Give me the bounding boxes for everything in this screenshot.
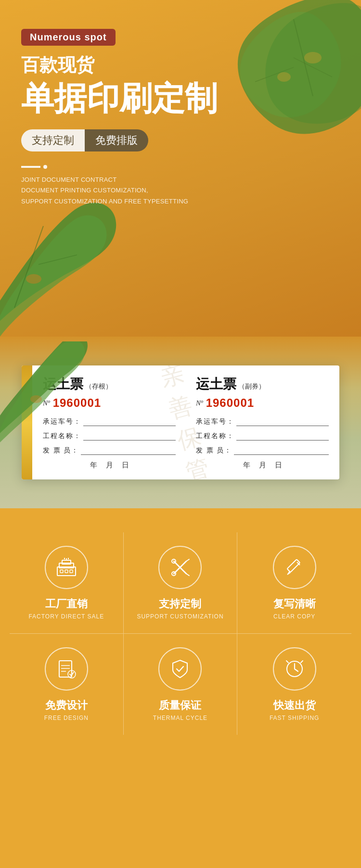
factory-icon-circle	[45, 546, 88, 589]
ticket-right-num-row: Nº 1960001	[196, 396, 329, 410]
customize-icon-circle	[158, 546, 202, 589]
tag-customize: 支持定制	[21, 129, 85, 151]
feature-customize-label-cn: 支持定制	[159, 597, 201, 611]
divider	[21, 165, 218, 169]
ticket-background: 运土票 （存根） Nº 1960001 承运车号： 工程名称：	[0, 337, 361, 508]
feature-copy-label-en: CLEAR COPY	[273, 613, 315, 620]
ticket-right-half: 运土票 （副券） Nº 1960001 承运车号： 工程名称：	[186, 365, 339, 479]
svg-point-7	[26, 274, 41, 284]
feature-factory-label-en: FACTORY DIRECT SALE	[28, 613, 104, 620]
ticket-left-date: 年 月 日	[43, 461, 176, 470]
ticket-left-field1-line	[83, 417, 176, 426]
feature-customize: 支持定制 SUPPORT CUSTOMIZATION	[124, 532, 238, 634]
ticket-left-field2-line	[83, 432, 176, 440]
ticket-leaf-left	[0, 341, 91, 447]
copy-icon-circle	[273, 546, 316, 589]
customize-icon	[169, 556, 191, 579]
numerous-badge: Numerous spot	[21, 29, 116, 46]
feature-quality-label-en: THERMAL CYCLE	[153, 715, 207, 721]
hero-small-text: JOINT DOCUMENT CONTRACT DOCUMENT PRINTIN…	[21, 175, 218, 206]
feature-shipping: 快速出货 FAST SHIPPING	[237, 634, 351, 735]
hero-section: Numerous spot 百款现货 单据印刷定制 支持定制 免费排版 JOIN…	[0, 0, 361, 337]
quality-icon	[169, 658, 191, 680]
hero-title: 单据印刷定制	[21, 80, 218, 116]
svg-rect-24	[287, 559, 300, 572]
ticket-right-field3: 发 票 员：	[196, 446, 329, 455]
ticket-right-field2-line	[236, 432, 329, 440]
svg-line-22	[186, 559, 189, 561]
svg-rect-12	[60, 570, 63, 573]
ticket-right-field2: 工程名称：	[196, 432, 329, 440]
feature-copy: 复写清晰 CLEAR COPY	[237, 532, 351, 634]
svg-rect-14	[70, 570, 73, 573]
ticket-right-title-row: 运土票 （副券）	[196, 375, 329, 393]
ticket-right-field1: 承运车号：	[196, 417, 329, 426]
quality-icon-circle	[158, 647, 202, 691]
hero-content: Numerous spot 百款现货 单据印刷定制 支持定制 免费排版 JOIN…	[21, 29, 218, 207]
feature-customize-label-en: SUPPORT CUSTOMIZATION	[137, 613, 223, 620]
design-icon	[55, 658, 77, 680]
leaf-top-right-decoration	[217, 0, 361, 164]
feature-design-label-en: FREE DESIGN	[44, 715, 89, 721]
ticket-left-field3: 发 票 员：	[43, 446, 176, 455]
ticket-right-date: 年 月 日	[196, 461, 329, 470]
hero-subtitle: 百款现货	[21, 54, 218, 76]
tags-row: 支持定制 免费排版	[21, 129, 218, 151]
design-icon-circle	[45, 647, 88, 691]
svg-point-8	[30, 395, 42, 403]
ticket-section: 运土票 （存根） Nº 1960001 承运车号： 工程名称：	[0, 337, 361, 508]
shipping-icon	[284, 658, 306, 680]
svg-line-23	[186, 574, 189, 576]
ticket-right-field3-label: 发 票 员：	[196, 446, 232, 455]
feature-quality-label-cn: 质量保证	[159, 698, 201, 713]
ticket-right-no-label: Nº	[196, 399, 203, 407]
feature-shipping-label-en: FAST SHIPPING	[270, 715, 319, 721]
features-grid: 工厂直销 FACTORY DIRECT SALE 支持定制	[10, 532, 351, 735]
leaf-bottom-left-decoration	[0, 202, 120, 337]
ticket-right-number: 1960001	[206, 396, 254, 410]
feature-factory: 工厂直销 FACTORY DIRECT SALE	[10, 532, 124, 634]
tag-free-layout: 免费排版	[85, 129, 148, 151]
ticket-right-field1-line	[236, 417, 329, 426]
factory-icon	[55, 556, 77, 579]
feature-factory-label-cn: 工厂直销	[45, 597, 88, 611]
ticket-left-field3-line	[81, 446, 176, 455]
shipping-icon-circle	[273, 647, 316, 691]
svg-rect-13	[65, 570, 68, 573]
feature-design: 免费设计 FREE DESIGN	[10, 634, 124, 735]
ticket-right-field3-line	[234, 446, 329, 455]
feature-copy-label-cn: 复写清晰	[273, 597, 316, 611]
ticket-left-field3-label: 发 票 员：	[43, 446, 79, 455]
feature-shipping-label-cn: 快速出货	[273, 698, 316, 713]
features-section: 工厂直销 FACTORY DIRECT SALE 支持定制	[0, 508, 361, 759]
ticket-right-field1-label: 承运车号：	[196, 417, 234, 426]
copy-icon	[284, 556, 306, 579]
ticket-right-sub: （副券）	[238, 382, 265, 391]
feature-design-label-cn: 免费设计	[45, 698, 88, 713]
feature-quality: 质量保证 THERMAL CYCLE	[124, 634, 238, 735]
ticket-right-title: 运土票	[196, 375, 236, 393]
ticket-right-field2-label: 工程名称：	[196, 432, 234, 440]
